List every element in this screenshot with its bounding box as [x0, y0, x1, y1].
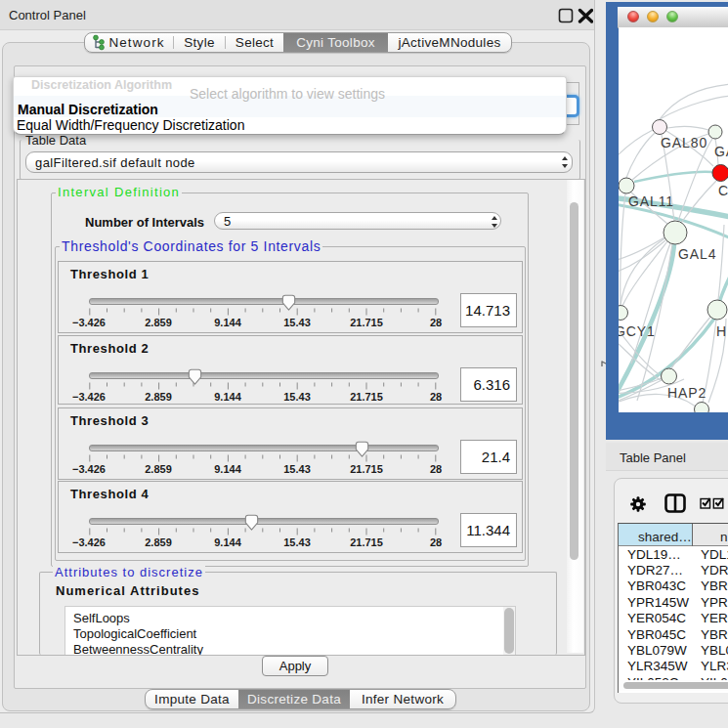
- svg-text:GA: GA: [714, 144, 728, 159]
- svg-text:GAL4: GAL4: [678, 246, 716, 262]
- svg-text:GAL80: GAL80: [661, 135, 707, 150]
- svg-text:GCY1: GCY1: [619, 323, 656, 339]
- svg-text:C: C: [718, 183, 728, 198]
- svg-text:HAP2: HAP2: [667, 385, 707, 401]
- svg-text:H: H: [716, 323, 727, 339]
- svg-text:GAL11: GAL11: [628, 193, 674, 209]
